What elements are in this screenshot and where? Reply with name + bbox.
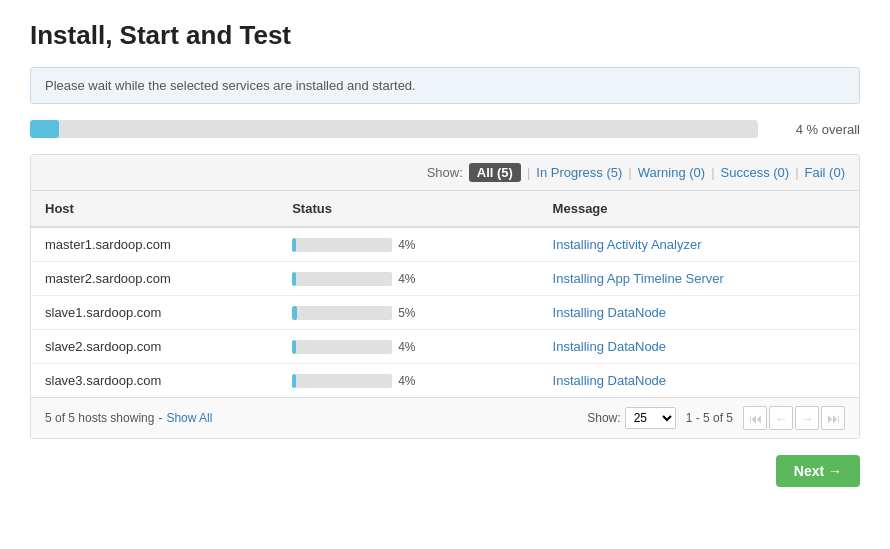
next-page-button[interactable]: → xyxy=(795,406,819,430)
cell-message: Installing DataNode xyxy=(539,364,859,398)
host-progress-bar xyxy=(292,306,392,320)
hosts-table: Host Status Message master1.sardoop.com4… xyxy=(31,191,859,397)
col-host: Host xyxy=(31,191,278,227)
host-progress-bar xyxy=(292,238,392,252)
prev-page-button[interactable]: ← xyxy=(769,406,793,430)
cell-host: master2.sardoop.com xyxy=(31,262,278,296)
overall-progress-row: 4 % overall xyxy=(30,120,860,138)
page-size-select[interactable]: 10 25 50 100 xyxy=(625,407,676,429)
table-row: slave3.sardoop.com4%Installing DataNode xyxy=(31,364,859,398)
host-message-link[interactable]: Installing DataNode xyxy=(553,305,666,320)
host-progress-bar xyxy=(292,374,392,388)
host-message-link[interactable]: Installing Activity Analyzer xyxy=(553,237,702,252)
host-progress-pct: 4% xyxy=(398,238,426,252)
show-all-link[interactable]: Show All xyxy=(166,411,212,425)
cell-status: 4% xyxy=(278,227,538,262)
host-message-link[interactable]: Installing App Timeline Server xyxy=(553,271,724,286)
filter-tab-warning[interactable]: Warning (0) xyxy=(638,165,705,180)
table-row: master2.sardoop.com4%Installing App Time… xyxy=(31,262,859,296)
last-page-button[interactable]: ⏭ xyxy=(821,406,845,430)
col-status: Status xyxy=(278,191,538,227)
cell-status: 4% xyxy=(278,364,538,398)
hosts-table-container: Show: All (5) | In Progress (5) | Warnin… xyxy=(30,154,860,439)
overall-progress-bar xyxy=(30,120,758,138)
pagination: ⏮ ← → ⏭ xyxy=(743,406,845,430)
cell-status: 4% xyxy=(278,262,538,296)
host-message-link[interactable]: Installing DataNode xyxy=(553,373,666,388)
cell-host: slave1.sardoop.com xyxy=(31,296,278,330)
hosts-showing-text: 5 of 5 hosts showing xyxy=(45,411,154,425)
host-progress-pct: 4% xyxy=(398,374,426,388)
show-label: Show: xyxy=(587,411,620,425)
table-row: slave2.sardoop.com4%Installing DataNode xyxy=(31,330,859,364)
page-info: 1 - 5 of 5 xyxy=(686,411,733,425)
cell-host: master1.sardoop.com xyxy=(31,227,278,262)
next-button[interactable]: Next → xyxy=(776,455,860,487)
filter-tab-success[interactable]: Success (0) xyxy=(721,165,790,180)
cell-status: 4% xyxy=(278,330,538,364)
page-size-selector: Show: 10 25 50 100 xyxy=(587,407,675,429)
filter-show-label: Show: xyxy=(427,165,463,180)
next-button-row: Next → xyxy=(30,455,860,487)
cell-message: Installing Activity Analyzer xyxy=(539,227,859,262)
cell-host: slave3.sardoop.com xyxy=(31,364,278,398)
overall-progress-label: 4 % overall xyxy=(770,122,860,137)
filter-tab-fail[interactable]: Fail (0) xyxy=(805,165,845,180)
footer-right: Show: 10 25 50 100 1 - 5 of 5 ⏮ ← → ⏭ xyxy=(587,406,845,430)
cell-message: Installing App Timeline Server xyxy=(539,262,859,296)
table-footer: 5 of 5 hosts showing - Show All Show: 10… xyxy=(31,397,859,438)
first-page-button[interactable]: ⏮ xyxy=(743,406,767,430)
cell-host: slave2.sardoop.com xyxy=(31,330,278,364)
cell-status: 5% xyxy=(278,296,538,330)
filter-tab-in-progress[interactable]: In Progress (5) xyxy=(536,165,622,180)
table-row: slave1.sardoop.com5%Installing DataNode xyxy=(31,296,859,330)
host-progress-pct: 5% xyxy=(398,306,426,320)
table-header-row: Host Status Message xyxy=(31,191,859,227)
col-message: Message xyxy=(539,191,859,227)
host-message-link[interactable]: Installing DataNode xyxy=(553,339,666,354)
page-title: Install, Start and Test xyxy=(30,20,860,51)
host-progress-bar xyxy=(292,272,392,286)
cell-message: Installing DataNode xyxy=(539,330,859,364)
host-progress-pct: 4% xyxy=(398,340,426,354)
overall-progress-fill xyxy=(30,120,59,138)
filter-bar: Show: All (5) | In Progress (5) | Warnin… xyxy=(31,155,859,191)
info-banner: Please wait while the selected services … xyxy=(30,67,860,104)
filter-tab-all[interactable]: All (5) xyxy=(469,163,521,182)
host-progress-bar xyxy=(292,340,392,354)
table-row: master1.sardoop.com4%Installing Activity… xyxy=(31,227,859,262)
footer-left: 5 of 5 hosts showing - Show All xyxy=(45,411,212,425)
cell-message: Installing DataNode xyxy=(539,296,859,330)
host-progress-pct: 4% xyxy=(398,272,426,286)
